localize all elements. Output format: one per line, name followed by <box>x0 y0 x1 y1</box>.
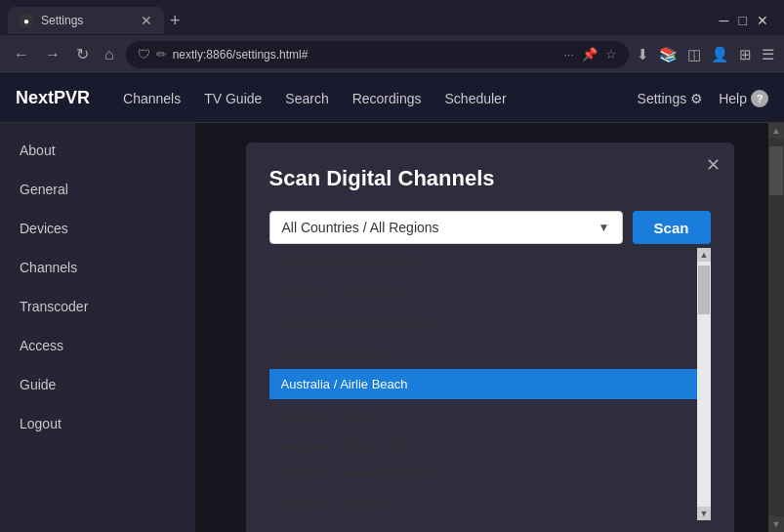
settings-label: Settings <box>638 91 687 106</box>
account-icon[interactable]: 👤 <box>711 46 729 63</box>
sidebar-item-channels[interactable]: Channels <box>0 248 195 287</box>
pocket-icon[interactable]: 📌 <box>582 47 598 61</box>
library-icon[interactable]: 📚 <box>659 46 678 63</box>
sidebar-item-devices[interactable]: Devices <box>0 209 195 248</box>
main-layout: About General Devices Channels Transcode… <box>0 123 784 532</box>
dropdown-scrollbar[interactable]: ▲ ▼ <box>697 248 711 520</box>
window-close-button[interactable]: ✕ <box>757 13 768 28</box>
modal-title: Scan Digital Channels <box>269 166 711 191</box>
settings-icon: ⚙ <box>690 91 703 106</box>
forward-button[interactable]: → <box>41 44 64 65</box>
help-label: Help <box>719 91 747 106</box>
dropdown-arrow-icon: ▼ <box>598 221 610 234</box>
new-tab-button[interactable]: + <box>170 11 181 31</box>
edit-icon: ✏ <box>156 47 167 61</box>
list-item[interactable]: Australia / Adelaide Foothills <box>269 308 697 339</box>
sidebar-item-transcoder[interactable]: Transcoder <box>0 287 195 326</box>
sidebar-item-general[interactable]: General <box>0 170 195 209</box>
app-nav: Channels TV Guide Search Recordings Sche… <box>113 85 638 112</box>
home-button[interactable]: ⌂ <box>101 44 118 65</box>
content-area: ▲ ▼ ✕ Scan Digital Channels All Countrie… <box>195 123 784 532</box>
sidebar-item-access[interactable]: Access <box>0 326 195 365</box>
shield-icon: 🛡 <box>138 47 150 61</box>
sidebar-toggle-icon[interactable]: ◫ <box>687 46 701 63</box>
refresh-button[interactable]: ↻ <box>72 43 93 65</box>
nav-search[interactable]: Search <box>275 85 338 112</box>
dropdown-scroll-up[interactable]: ▲ <box>697 248 711 262</box>
modal-overlay: ✕ Scan Digital Channels All Countries / … <box>195 123 784 532</box>
url-field[interactable]: 🛡 ✏ nextly:8866/settings.html# ··· 📌 ☆ <box>126 41 629 68</box>
nav-tv-guide[interactable]: TV Guide <box>194 85 271 112</box>
address-bar: ← → ↻ ⌂ 🛡 ✏ nextly:8866/settings.html# ·… <box>0 35 784 74</box>
app-header: NextPVR Channels TV Guide Search Recordi… <box>0 74 784 123</box>
extensions-icon[interactable]: ⊞ <box>739 46 752 63</box>
sidebar: About General Devices Channels Transcode… <box>0 123 195 532</box>
sidebar-item-guide[interactable]: Guide <box>0 365 195 404</box>
star-icon[interactable]: ☆ <box>605 47 617 61</box>
dropdown-list-wrapper: All Countries / All Regions Australia / … <box>269 248 711 520</box>
list-item[interactable]: Australia / Albany <box>269 399 697 430</box>
window-restore-button[interactable]: □ <box>739 13 747 28</box>
back-button[interactable]: ← <box>10 44 33 65</box>
menu-icon[interactable]: ☰ <box>762 46 774 63</box>
tab-favicon: ● <box>20 14 33 27</box>
sidebar-item-logout[interactable]: Logout <box>0 404 195 443</box>
more-icon[interactable]: ··· <box>563 47 574 61</box>
help-icon: ? <box>751 90 768 107</box>
list-item-selected[interactable]: Australia / Airlie Beach <box>269 369 697 399</box>
list-item[interactable]: Australia / Alexandra <box>269 490 697 520</box>
dropdown-container: All Countries / All Regions ▼ Scan <box>269 211 711 244</box>
nav-scheduler[interactable]: Scheduler <box>435 85 516 112</box>
scan-digital-channels-modal: ✕ Scan Digital Channels All Countries / … <box>246 143 734 532</box>
nav-channels[interactable]: Channels <box>113 85 190 112</box>
dropdown-scroll-track <box>697 262 711 507</box>
url-text: nextly:8866/settings.html# <box>173 48 557 61</box>
dropdown-scroll-thumb[interactable] <box>698 266 710 314</box>
settings-button[interactable]: Settings ⚙ <box>638 91 704 106</box>
region-dropdown[interactable]: All Countries / All Regions ▼ <box>269 211 623 244</box>
help-button[interactable]: Help ? <box>719 90 768 107</box>
modal-close-button[interactable]: ✕ <box>706 154 721 176</box>
browser-tab[interactable]: ● Settings ✕ <box>8 7 164 34</box>
list-item[interactable]: All Countries / All Regions <box>269 248 697 278</box>
download-icon[interactable]: ⬇ <box>637 46 649 63</box>
list-item[interactable]: Australia / Acton Road <box>269 278 697 308</box>
nav-recordings[interactable]: Recordings <box>343 85 432 112</box>
scan-button[interactable]: Scan <box>633 211 711 244</box>
tab-title: Settings <box>41 14 133 27</box>
tab-close-button[interactable]: ✕ <box>141 14 152 27</box>
dropdown-scroll-down[interactable]: ▼ <box>697 507 711 520</box>
list-item[interactable]: Australia / Albury North <box>269 430 697 460</box>
dropdown-selected-value: All Countries / All Regions <box>282 220 439 235</box>
list-item[interactable]: Australia / Adelaide <box>269 339 697 369</box>
list-item[interactable]: Australia / Alexandra Environs <box>269 460 697 490</box>
window-minimize-button[interactable]: ─ <box>720 13 729 28</box>
sidebar-item-about[interactable]: About <box>0 131 195 170</box>
app-logo: NextPVR <box>16 88 90 108</box>
dropdown-list: All Countries / All Regions Australia / … <box>269 248 697 520</box>
